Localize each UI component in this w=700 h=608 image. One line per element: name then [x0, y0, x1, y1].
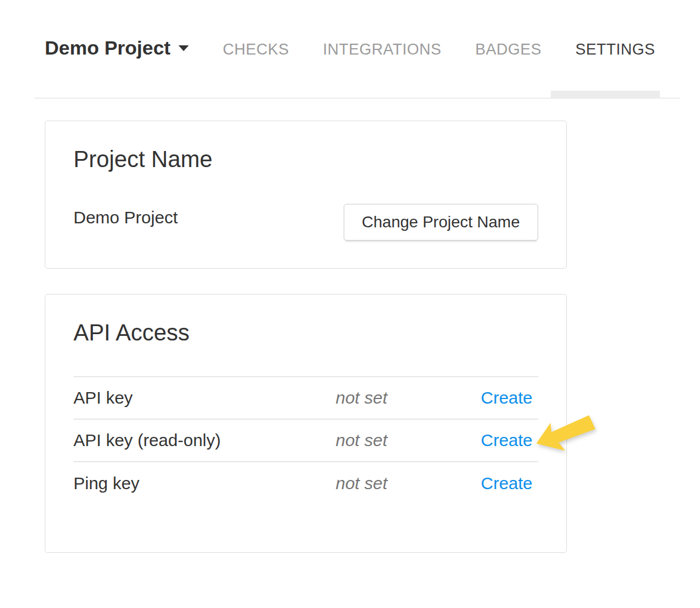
api-key-label: API key: [73, 388, 336, 408]
tab-checks[interactable]: CHECKS: [223, 41, 289, 59]
project-title: Demo Project: [45, 37, 170, 59]
create-api-key-link[interactable]: Create: [481, 388, 541, 408]
api-access-card: API Access API key not set Create API ke…: [45, 294, 567, 553]
create-api-key-read-only-link[interactable]: Create: [481, 431, 541, 450]
api-key-value: not set: [336, 388, 481, 408]
project-name-card: Project Name Demo Project Change Project…: [45, 121, 567, 269]
top-navigation: Demo Project CHECKS INTEGRATIONS BADGES …: [45, 37, 655, 59]
table-row-api-key: API key not set Create: [73, 377, 538, 420]
create-ping-key-link[interactable]: Create: [481, 474, 541, 493]
active-tab-indicator: [551, 91, 660, 98]
caret-down-icon: [178, 45, 189, 51]
api-keys-table: API key not set Create API key (read-onl…: [73, 376, 538, 505]
ping-key-value: not set: [336, 474, 481, 493]
table-row-api-key-read-only: API key (read-only) not set Create: [73, 420, 538, 462]
api-key-read-only-value: not set: [336, 431, 481, 450]
settings-page: Demo Project CHECKS INTEGRATIONS BADGES …: [0, 0, 700, 608]
current-project-name: Demo Project: [73, 208, 178, 227]
api-access-card-title: API Access: [73, 319, 538, 346]
tab-settings[interactable]: SETTINGS: [575, 41, 655, 59]
tab-badges[interactable]: BADGES: [475, 41, 542, 59]
change-project-name-button[interactable]: Change Project Name: [344, 204, 538, 241]
tab-integrations[interactable]: INTEGRATIONS: [323, 41, 442, 59]
nav-divider: [34, 98, 680, 99]
project-name-card-title: Project Name: [73, 145, 538, 173]
ping-key-label: Ping key: [73, 474, 336, 493]
project-name-row: Demo Project Change Project Name: [73, 204, 538, 241]
table-row-ping-key: Ping key not set Create: [73, 462, 538, 505]
api-key-read-only-label: API key (read-only): [73, 431, 336, 450]
project-switcher[interactable]: Demo Project: [45, 37, 189, 59]
